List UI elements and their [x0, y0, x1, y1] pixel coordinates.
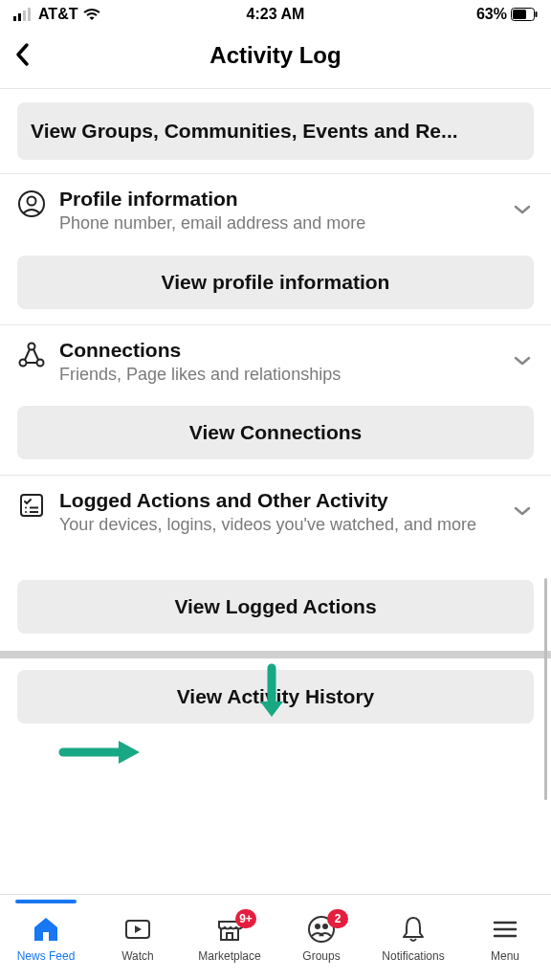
connections-icon [17, 341, 46, 369]
wifi-icon [83, 8, 100, 21]
home-icon [31, 914, 61, 945]
profile-info-sub: Phone number, email address and more [59, 212, 499, 234]
menu-icon [491, 915, 519, 944]
tab-label: Notifications [382, 949, 444, 963]
tab-groups[interactable]: Groups 2 [276, 913, 367, 963]
profile-icon [17, 189, 46, 218]
scroll-indicator[interactable] [544, 578, 547, 800]
tab-label: Watch [121, 949, 154, 963]
svg-rect-6 [536, 11, 538, 17]
navigation-header: Activity Log [0, 25, 551, 89]
connections-title: Connections [59, 339, 499, 362]
groups-badge: 2 [327, 909, 348, 928]
tab-label: Menu [491, 949, 519, 963]
svg-point-15 [25, 511, 27, 513]
view-groups-button[interactable]: View Groups, Communities, Events and Re.… [17, 102, 534, 160]
marketplace-badge: 9+ [235, 909, 256, 928]
svg-point-9 [29, 343, 35, 349]
tab-bar: News Feed Watch Marketplace 9+ [0, 894, 551, 980]
svg-point-21 [315, 924, 320, 929]
tab-label: Marketplace [198, 949, 260, 963]
checklist-icon [17, 491, 46, 520]
chevron-down-icon [513, 355, 532, 367]
svg-point-13 [25, 507, 27, 509]
svg-point-22 [322, 924, 328, 929]
svg-rect-5 [513, 10, 526, 19]
status-time: 4:23 AM [247, 6, 305, 23]
tab-label: Groups [302, 949, 340, 963]
watch-icon [122, 914, 153, 945]
status-bar: AT&T 4:23 AM 63% [0, 0, 551, 25]
view-connections-button[interactable]: View Connections [17, 406, 534, 459]
logged-actions-title: Logged Actions and Other Activity [59, 489, 499, 512]
tab-news-feed[interactable]: News Feed [0, 913, 92, 963]
svg-point-8 [28, 197, 36, 206]
carrier-label: AT&T [38, 6, 77, 23]
tab-label: News Feed [17, 949, 76, 963]
signal-icon [13, 8, 33, 21]
svg-rect-0 [13, 16, 16, 21]
tab-marketplace[interactable]: Marketplace 9+ [184, 913, 276, 963]
battery-icon [511, 8, 538, 21]
svg-point-11 [37, 359, 44, 366]
chevron-down-icon [513, 505, 532, 517]
logged-actions-row[interactable]: Logged Actions and Other Activity Your d… [0, 475, 551, 551]
section-separator [0, 651, 551, 658]
view-activity-history-button[interactable]: View Activity History [17, 670, 534, 724]
tab-menu[interactable]: Menu [459, 913, 551, 963]
logged-actions-sub: Your devices, logins, videos you've watc… [59, 514, 499, 536]
view-logged-actions-button[interactable]: View Logged Actions [17, 580, 534, 634]
svg-rect-3 [28, 8, 31, 21]
battery-percent: 63% [476, 6, 507, 23]
back-button[interactable] [13, 41, 31, 72]
page-title: Activity Log [209, 42, 341, 69]
connections-sub: Friends, Page likes and relationships [59, 364, 499, 386]
connections-row[interactable]: Connections Friends, Page likes and rela… [0, 324, 551, 401]
view-profile-info-button[interactable]: View profile information [17, 256, 534, 309]
svg-point-10 [20, 359, 27, 366]
chevron-left-icon [13, 41, 31, 68]
svg-rect-2 [23, 11, 26, 21]
bell-icon [398, 914, 429, 945]
tab-notifications[interactable]: Notifications [367, 913, 459, 963]
profile-info-row[interactable]: Profile information Phone number, email … [0, 173, 551, 250]
profile-info-title: Profile information [59, 188, 499, 211]
chevron-down-icon [513, 204, 532, 215]
svg-rect-1 [18, 13, 21, 21]
tab-watch[interactable]: Watch [92, 913, 184, 963]
